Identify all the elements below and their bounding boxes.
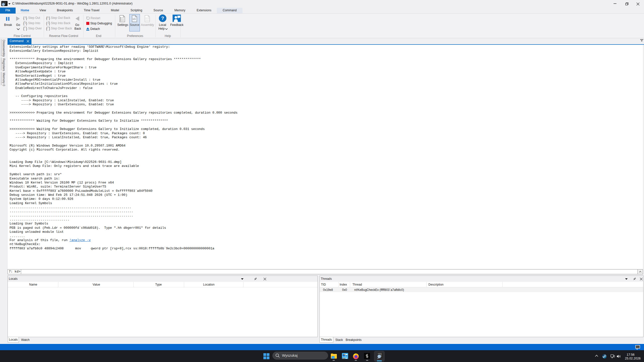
svg-text:{: { [46, 21, 47, 25]
svg-text:}: } [26, 21, 27, 25]
svg-text:}: } [49, 21, 50, 25]
svg-text:</>: </> [133, 18, 136, 20]
svg-text:010011: 010011 [378, 353, 382, 354]
svg-text:0110111: 0110111 [2, 2, 6, 3]
svg-text:{: { [23, 27, 24, 31]
svg-text:{: { [23, 16, 24, 20]
svg-text:IOIOI: IOIOI [145, 19, 150, 21]
svg-text:?: ? [161, 16, 164, 21]
svg-text:}: } [49, 27, 50, 31]
svg-text:OIIOI: OIIOI [145, 17, 150, 19]
svg-text:}: } [49, 16, 50, 20]
svg-text:{: { [23, 21, 24, 25]
